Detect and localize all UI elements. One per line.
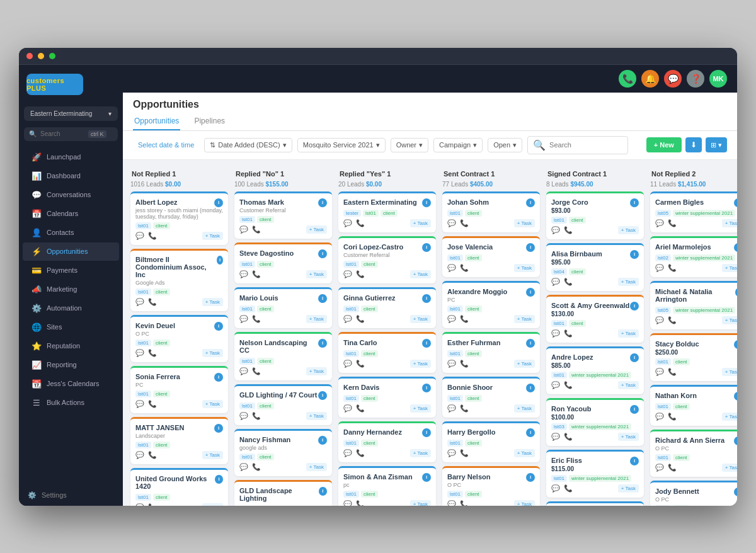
reply-icon[interactable]: 💬 <box>655 368 664 376</box>
reply-icon[interactable]: 💬 <box>551 433 560 441</box>
kanban-card[interactable]: Mario Louis i lst01client 💬 📞 + Task <box>234 287 332 328</box>
card-info-icon[interactable]: i <box>422 384 431 392</box>
reply-icon[interactable]: 💬 <box>239 463 248 471</box>
task-button[interactable]: + Task <box>410 360 431 368</box>
kanban-card[interactable]: Tina Carlo i lst01client 💬 📞 + Task <box>338 332 436 373</box>
task-button[interactable]: + Task <box>514 404 535 413</box>
card-info-icon[interactable]: i <box>734 243 737 252</box>
reply-icon[interactable]: 💬 <box>343 270 352 278</box>
sidebar-item-jess-calendars[interactable]: 📆 Jess's Calendars <box>23 375 119 393</box>
kanban-card[interactable]: Danny Hernandez i lst01client 💬 📞 + Task <box>338 421 436 462</box>
settings-item[interactable]: ⚙️ Settings <box>19 485 123 506</box>
task-button[interactable]: + Task <box>514 500 535 506</box>
reply-icon[interactable]: 💬 <box>343 360 352 368</box>
kanban-card[interactable]: Bonnie Shoor i lst01client 💬 📞 + Task <box>442 377 540 418</box>
tab-opportunities[interactable]: Opportunities <box>133 113 180 130</box>
reply-icon[interactable]: 💬 <box>551 381 560 389</box>
phone-icon[interactable]: 📞 <box>668 464 677 472</box>
phone-icon[interactable]: 📞 <box>564 433 573 441</box>
browser-maximize[interactable] <box>49 53 55 59</box>
card-info-icon[interactable]: i <box>734 340 737 349</box>
task-button[interactable]: + Task <box>410 315 431 323</box>
reply-icon[interactable]: 💬 <box>655 413 664 421</box>
sidebar-item-reporting[interactable]: 📈 Reporting <box>23 356 119 374</box>
reply-icon[interactable]: 💬 <box>239 270 248 278</box>
task-button[interactable]: + Task <box>202 298 223 306</box>
status-filter[interactable]: Open ▾ <box>488 138 522 152</box>
reply-icon[interactable]: 💬 <box>343 500 352 506</box>
campaign-filter[interactable]: Campaign ▾ <box>433 138 483 152</box>
new-button[interactable]: + New <box>646 137 682 152</box>
task-button[interactable]: + Task <box>306 463 327 471</box>
card-info-icon[interactable]: i <box>526 428 535 437</box>
task-button[interactable]: + Task <box>410 449 431 457</box>
card-info-icon[interactable]: i <box>422 198 431 207</box>
kanban-card[interactable]: Eastern Exterminating i testerlst01clien… <box>338 191 436 232</box>
phone-icon[interactable]: 📞 <box>356 360 365 368</box>
task-button[interactable]: + Task <box>618 329 639 338</box>
reply-icon[interactable]: 💬 <box>239 225 248 234</box>
task-button[interactable]: + Task <box>514 264 535 272</box>
kanban-card[interactable]: Andre Lopez i $85.00 lst01winter supplem… <box>546 346 644 394</box>
kanban-card[interactable]: Esther Fuhrman i lst01client 💬 📞 + Task <box>442 332 540 373</box>
card-info-icon[interactable]: i <box>318 198 327 207</box>
kanban-card[interactable]: Alisa Birnbaum i $95.00 lst04client 💬 📞 … <box>546 243 644 291</box>
phone-icon[interactable]: 📞 <box>460 219 469 227</box>
sidebar-item-marketing[interactable]: 📣 Marketing <box>23 280 119 299</box>
kanban-card[interactable]: Ginna Gutierrez i lst01client 💬 📞 + Task <box>338 287 436 328</box>
kanban-card[interactable]: Nelson Landscaping CC i lst01client 💬 📞 … <box>234 332 332 380</box>
kanban-card[interactable]: MATT JANSEN i Landscaper lst01client 💬 📞… <box>130 417 228 464</box>
phone-icon[interactable]: 📞 <box>619 70 636 88</box>
phone-icon[interactable]: 📞 <box>460 360 469 368</box>
task-button[interactable]: + Task <box>618 278 639 286</box>
kanban-card[interactable]: United Ground Works 1420 i lst01client 💬… <box>130 468 228 506</box>
browser-close[interactable] <box>26 53 33 59</box>
reply-icon[interactable]: 💬 <box>655 464 664 472</box>
task-button[interactable]: + Task <box>410 500 431 506</box>
card-info-icon[interactable]: i <box>422 339 431 348</box>
phone-icon[interactable]: 📞 <box>356 404 365 413</box>
sidebar-item-payments[interactable]: 💳 Payments <box>23 261 119 280</box>
card-info-icon[interactable]: i <box>526 339 535 348</box>
sidebar-search[interactable]: 🔍 ctrl K <box>24 127 118 141</box>
kanban-card[interactable]: Sonia Ferrera i PC lst01client 💬 📞 + Tas… <box>130 366 228 413</box>
sidebar-item-bulk-actions[interactable]: ☰ Bulk Actions <box>23 394 119 412</box>
reply-icon[interactable]: 💬 <box>135 232 144 240</box>
card-info-icon[interactable]: i <box>630 198 639 207</box>
search-input[interactable] <box>40 130 84 137</box>
reply-icon[interactable]: 💬 <box>655 219 664 227</box>
card-info-icon[interactable]: i <box>735 288 737 297</box>
reply-icon[interactable]: 💬 <box>343 449 352 457</box>
reply-icon[interactable]: 💬 <box>551 329 560 338</box>
card-info-icon[interactable]: i <box>214 198 223 207</box>
phone-icon[interactable]: 📞 <box>148 349 157 357</box>
tab-pipelines[interactable]: Pipelines <box>193 113 226 130</box>
task-button[interactable]: + Task <box>514 315 535 323</box>
phone-icon[interactable]: 📞 <box>252 315 261 323</box>
phone-icon[interactable]: 📞 <box>356 500 365 506</box>
phone-icon[interactable]: 📞 <box>148 400 157 408</box>
kanban-card[interactable]: Simon & Ana Zisman i pc lst01client 💬 📞 … <box>338 466 436 506</box>
task-button[interactable]: + Task <box>618 484 639 493</box>
phone-icon[interactable]: 📞 <box>356 219 365 227</box>
reply-icon[interactable]: 💬 <box>135 503 144 506</box>
phone-icon[interactable]: 📞 <box>668 316 677 324</box>
card-info-icon[interactable]: i <box>214 373 223 382</box>
help-icon[interactable]: ❓ <box>687 70 704 88</box>
phone-icon[interactable]: 📞 <box>148 298 157 306</box>
phone-icon[interactable]: 📞 <box>564 484 573 493</box>
task-button[interactable]: + Task <box>514 449 535 457</box>
kanban-card[interactable]: Cori Lopez-Castro i Customer Referral ls… <box>338 236 436 283</box>
kanban-card[interactable]: Kevin Deuel i O PC lst01client 💬 📞 + Tas… <box>130 315 228 362</box>
search-filter[interactable]: 🔍 <box>527 136 628 154</box>
company-selector[interactable]: Eastern Exterminating ▾ <box>24 106 118 121</box>
kanban-card[interactable]: Jorge Coro i $93.00 lst01client 💬 📞 + Ta… <box>546 191 644 239</box>
card-info-icon[interactable]: i <box>318 436 327 445</box>
sidebar-item-opportunities[interactable]: ⚡ Opportunities <box>23 242 119 261</box>
reply-icon[interactable]: 💬 <box>343 404 352 413</box>
reply-icon[interactable]: 💬 <box>447 404 456 413</box>
browser-minimize[interactable] <box>38 53 44 59</box>
phone-icon[interactable]: 📞 <box>668 413 677 421</box>
task-button[interactable]: + Task <box>722 219 737 227</box>
task-button[interactable]: + Task <box>722 368 737 376</box>
